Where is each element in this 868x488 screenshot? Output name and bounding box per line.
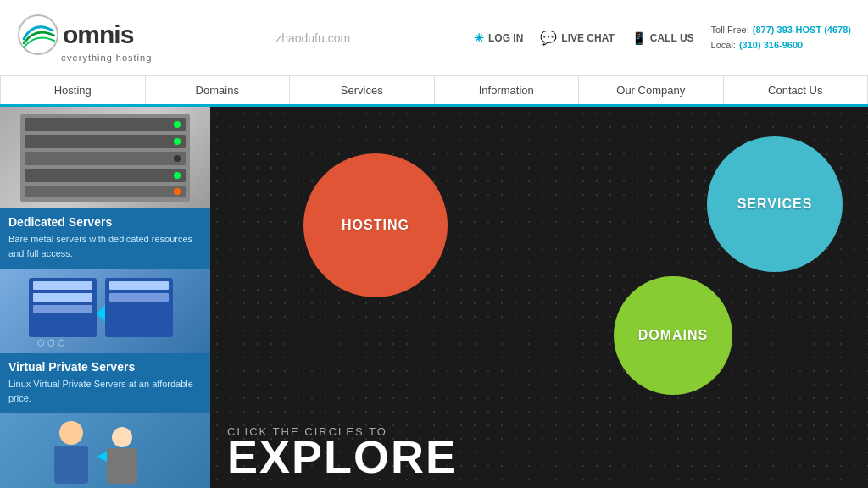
svg-text:⬡ ⬡ ⬡: ⬡ ⬡ ⬡ (37, 338, 65, 347)
svg-rect-15 (33, 305, 92, 313)
main-content: Dedicated Servers Bare metal servers wit… (0, 107, 868, 488)
svg-rect-17 (109, 281, 169, 290)
nav-contact-us[interactable]: Contact Us (724, 76, 869, 104)
local-number[interactable]: (310) 316-9600 (739, 38, 803, 53)
login-label: LOG IN (488, 32, 523, 44)
login-icon: ✳ (474, 31, 484, 45)
local-label: Local: (711, 38, 736, 53)
svg-marker-25 (97, 452, 107, 462)
phone-info: Toll Free: (877) 393-HOST (4678) Local: … (711, 23, 851, 53)
vps-image: ⬡ ⬡ ⬡ (0, 269, 210, 353)
chat-label: LIVE CHAT (561, 32, 614, 44)
svg-rect-8 (25, 169, 186, 182)
dedicated-servers-image (0, 107, 210, 208)
hosting-circle[interactable]: HOSTING (303, 153, 448, 297)
svg-point-23 (112, 427, 132, 447)
svg-rect-6 (25, 152, 186, 165)
dedicated-servers-desc: Bare metal servers with dedicated resour… (8, 232, 202, 260)
sidebar-dedicated-servers: Dedicated Servers Bare metal servers wit… (0, 107, 210, 269)
dedicated-servers-text: Dedicated Servers Bare metal servers wit… (0, 208, 210, 269)
logo-area: omnis everything hosting (17, 14, 152, 63)
domains-circle[interactable]: DOMAINS (614, 276, 732, 395)
toll-free-number[interactable]: (877) 393-HOST (4678) (753, 23, 851, 38)
svg-rect-10 (25, 186, 186, 197)
login-button[interactable]: ✳ LOG IN (474, 31, 523, 45)
domain-display: zhaodufu.com (275, 31, 350, 45)
people-svg (12, 416, 198, 489)
svg-point-21 (59, 421, 83, 445)
logo-icon (17, 14, 59, 56)
header: omnis everything hosting zhaodufu.com ✳ … (0, 0, 868, 76)
sidebar: Dedicated Servers Bare metal servers wit… (0, 107, 210, 488)
top-actions: ✳ LOG IN 💬 LIVE CHAT 📱 CALL US Toll Free… (474, 23, 851, 53)
svg-point-9 (174, 172, 181, 179)
svg-rect-24 (107, 448, 137, 484)
chat-icon: 💬 (540, 30, 557, 46)
svg-rect-18 (109, 293, 169, 302)
domains-circle-label: DOMAINS (638, 328, 709, 343)
callus-button[interactable]: 📱 CALL US (632, 31, 694, 45)
nav-information[interactable]: Information (435, 76, 580, 104)
sidebar-vps: ⬡ ⬡ ⬡ Virtual Private Servers Linux Virt… (0, 269, 210, 413)
services-circle-label: SERVICES (737, 197, 813, 212)
logo-tagline: everything hosting (61, 53, 152, 63)
dedicated-servers-title[interactable]: Dedicated Servers (8, 215, 202, 229)
vps-text: Virtual Private Servers Linux Virtual Pr… (0, 353, 210, 413)
hero-bottom: CLICK THE CIRCLES TO EXPLORE (210, 417, 868, 488)
call-label: CALL US (650, 32, 694, 44)
vps-svg: ⬡ ⬡ ⬡ (12, 271, 198, 352)
logo[interactable]: omnis (17, 14, 133, 56)
svg-rect-13 (33, 281, 92, 290)
nav-our-company[interactable]: Our Company (579, 76, 724, 104)
logo-text: omnis (63, 20, 133, 49)
svg-rect-2 (25, 118, 186, 131)
livechat-button[interactable]: 💬 LIVE CHAT (540, 30, 614, 46)
nav-domains[interactable]: Domains (146, 76, 291, 104)
explore-text: EXPLORE (227, 434, 851, 480)
phone-icon: 📱 (632, 31, 646, 45)
hosting-circle-label: HOSTING (342, 218, 409, 233)
server-rack-svg (12, 109, 198, 207)
services-circle[interactable]: SERVICES (707, 136, 843, 272)
svg-rect-4 (25, 135, 186, 148)
toll-free-label: Toll Free: (711, 23, 749, 38)
nav-hosting[interactable]: Hosting (0, 76, 146, 104)
vps-desc: Linux Virtual Private Servers at an affo… (8, 377, 202, 405)
svg-point-3 (174, 121, 181, 128)
svg-point-7 (174, 155, 181, 162)
svg-rect-14 (33, 293, 92, 302)
sidebar-shared-hosting: Shared Web Hosting Web hosting on our cl… (0, 413, 210, 488)
svg-rect-22 (54, 446, 88, 484)
nav-services[interactable]: Services (290, 76, 435, 104)
hero: HOSTING SERVICES DOMAINS CLICK THE CIRCL… (210, 107, 868, 488)
svg-marker-19 (97, 305, 105, 322)
shared-hosting-image (0, 413, 210, 488)
vps-title[interactable]: Virtual Private Servers (8, 360, 202, 374)
nav: Hosting Domains Services Information Our… (0, 76, 868, 107)
svg-point-11 (174, 188, 181, 195)
svg-point-5 (174, 138, 181, 145)
